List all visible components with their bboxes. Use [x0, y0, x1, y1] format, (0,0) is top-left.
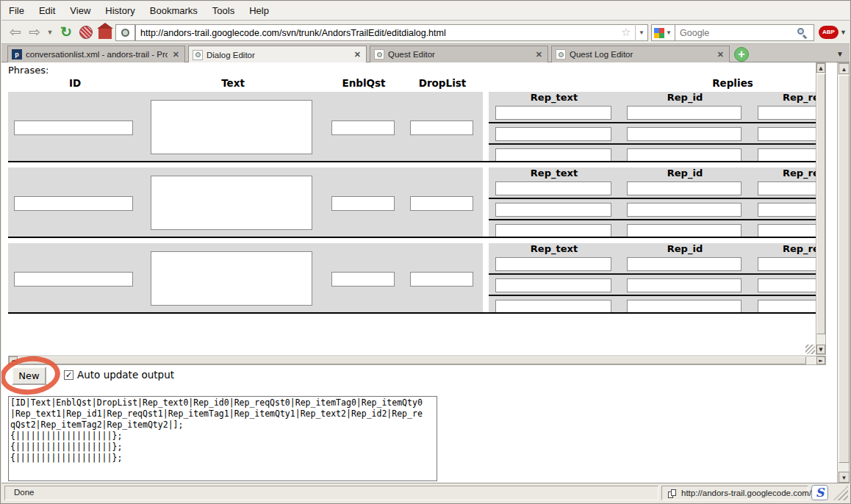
phrases-label: Phrases:	[8, 65, 49, 76]
menu-history[interactable]: History	[98, 2, 142, 19]
phrase-text-input[interactable]	[151, 251, 312, 306]
bookmark-star-icon[interactable]: ☆	[621, 26, 631, 39]
reply-reqqst-input[interactable]	[758, 257, 822, 271]
reply-text-input[interactable]	[495, 148, 611, 162]
url-input[interactable]	[135, 24, 648, 41]
scroll-right-icon[interactable]: ►	[816, 356, 825, 364]
search-icon[interactable]	[797, 28, 808, 38]
forward-icon[interactable]: ⇨	[26, 24, 43, 41]
reply-reqqst-input[interactable]	[758, 203, 822, 217]
reply-header-rep-text: Rep_text	[495, 168, 613, 179]
auto-update-checkbox[interactable]: ✓	[64, 370, 73, 380]
reply-text-input[interactable]	[495, 203, 611, 217]
window-resize-grip-icon[interactable]	[833, 486, 848, 500]
new-tab-icon[interactable]: +	[734, 47, 749, 62]
menu-view[interactable]: View	[62, 2, 98, 19]
reply-id-input[interactable]	[627, 148, 742, 162]
column-header-id: ID	[15, 77, 134, 89]
reply-reqqst-input[interactable]	[758, 106, 822, 120]
resize-grip-icon[interactable]	[805, 345, 815, 354]
close-icon[interactable]: ✕	[534, 50, 544, 60]
new-button[interactable]: New	[12, 367, 46, 385]
reply-text-input[interactable]	[495, 181, 611, 195]
reply-reqqst-input[interactable]	[758, 148, 822, 162]
phrase-id-input[interactable]	[14, 272, 133, 287]
tab-dialog-editor[interactable]: Dialog Editor ✕	[188, 46, 367, 63]
tab-quest-log-editor[interactable]: Quest Log Editor ✕	[551, 46, 730, 62]
reply-id-input[interactable]	[627, 300, 742, 314]
phrase-id-input[interactable]	[14, 120, 133, 135]
reply-text-input[interactable]	[495, 106, 611, 120]
tab-conversationlist[interactable]: p conversationlist.xml - andors-trail - …	[7, 46, 185, 62]
reply-text-input[interactable]	[495, 127, 611, 141]
reload-icon[interactable]: ↻	[57, 24, 75, 41]
reply-reqqst-input[interactable]	[758, 278, 822, 292]
reply-text-input[interactable]	[495, 278, 611, 292]
status-text: Done	[14, 488, 35, 497]
list-all-tabs-icon[interactable]: ▼	[836, 50, 844, 58]
home-icon[interactable]	[96, 24, 114, 41]
scroll-up-icon[interactable]: ▲	[816, 63, 825, 73]
stop-icon[interactable]	[77, 24, 95, 41]
phrase-enblqst-input[interactable]	[331, 196, 395, 211]
menu-help[interactable]: Help	[242, 2, 276, 19]
adblock-plus-icon[interactable]: ABP	[819, 26, 839, 39]
scroll-up-icon[interactable]: ▲	[839, 63, 850, 74]
menu-file[interactable]: File	[1, 2, 32, 19]
scroll-down-icon[interactable]: ▼	[839, 472, 850, 483]
phrase-id-input[interactable]	[14, 196, 133, 211]
reply-text-input[interactable]	[495, 224, 611, 238]
phrase-droplist-input[interactable]	[410, 272, 473, 287]
reply-id-input[interactable]	[627, 278, 742, 292]
scrollbar-thumb[interactable]	[18, 356, 806, 364]
reply-id-input[interactable]	[627, 181, 742, 195]
phrase-enblqst-input[interactable]	[331, 272, 395, 287]
reply-reqqst-input[interactable]	[758, 127, 822, 141]
phrase-text-input[interactable]	[151, 100, 312, 154]
menu-edit[interactable]: Edit	[32, 2, 62, 19]
search-input[interactable]	[675, 24, 814, 41]
close-icon[interactable]: ✕	[716, 50, 725, 60]
reply-reqqst-input[interactable]	[758, 181, 822, 195]
scrollbar-thumb[interactable]	[839, 75, 850, 463]
status-link-url: http://andors-trail.googlecode.com/	[681, 489, 811, 497]
phrase-row: Rep_text Rep_id Rep_reqQst	[8, 243, 822, 314]
reply-id-input[interactable]	[627, 224, 742, 238]
phrases-vertical-scrollbar[interactable]: ▲ ▼	[816, 62, 826, 355]
close-icon[interactable]: ✕	[353, 50, 362, 60]
site-identity-box[interactable]	[115, 24, 135, 41]
reply-header-rep-id: Rep_id	[627, 168, 743, 179]
url-dropdown-icon[interactable]: ▼	[635, 24, 647, 41]
phrase-enblqst-input[interactable]	[331, 120, 395, 135]
back-icon[interactable]: ⇦	[7, 24, 24, 41]
reply-reqqst-input[interactable]	[758, 300, 822, 314]
reply-id-input[interactable]	[627, 127, 742, 141]
search-engine-selector[interactable]: ▼	[651, 24, 675, 41]
reply-text-input[interactable]	[495, 257, 611, 271]
scroll-left-icon[interactable]: ◄	[9, 356, 18, 364]
reply-id-input[interactable]	[627, 106, 742, 120]
google-logo-icon	[654, 28, 664, 38]
phrase-droplist-input[interactable]	[410, 120, 473, 135]
reply-row	[489, 146, 822, 162]
reply-text-input[interactable]	[495, 300, 611, 314]
scroll-down-icon[interactable]: ▼	[816, 345, 825, 354]
tab-quest-editor[interactable]: Quest Editor ✕	[370, 46, 548, 62]
menu-bookmarks[interactable]: Bookmarks	[143, 2, 205, 19]
reply-id-input[interactable]	[627, 257, 742, 271]
menu-tools[interactable]: Tools	[205, 2, 242, 19]
nav-history-dropdown-icon[interactable]: ▼	[45, 24, 55, 41]
reply-reqqst-input[interactable]	[758, 224, 822, 238]
phrase-text-input[interactable]	[151, 176, 312, 230]
reply-id-input[interactable]	[627, 203, 742, 217]
noscript-icon[interactable]: S	[811, 485, 828, 500]
scrollbar-thumb[interactable]	[816, 73, 825, 334]
phrase-droplist-input[interactable]	[410, 196, 473, 211]
browser-vertical-scrollbar[interactable]: ▲ ▼	[837, 62, 850, 483]
status-panel: Done	[4, 486, 658, 500]
output-textarea[interactable]: [ID|Text|EnblQst|DropList|Rep_text0|Rep_…	[8, 396, 437, 481]
close-icon[interactable]: ✕	[171, 50, 181, 60]
phrases-horizontal-scrollbar[interactable]: ◄ ►	[8, 356, 826, 365]
adblock-dropdown-icon[interactable]: ▼	[840, 29, 847, 36]
reply-row	[489, 201, 822, 220]
